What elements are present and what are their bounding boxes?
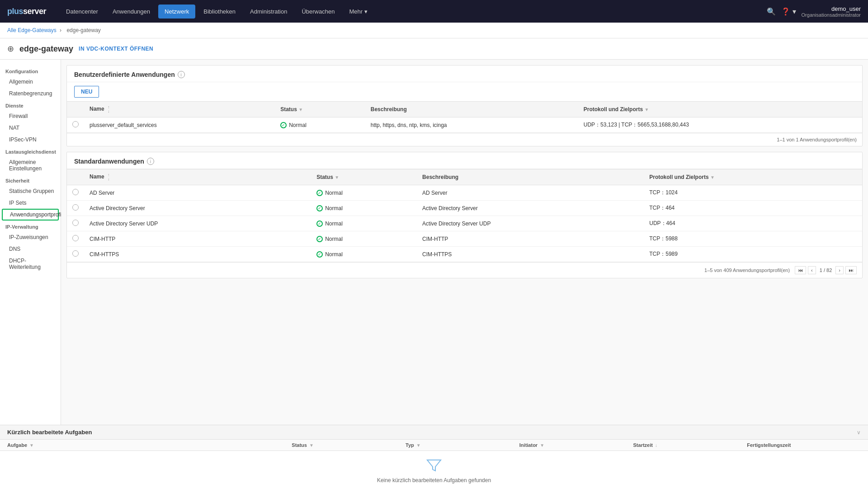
row-name: AD Server (84, 185, 311, 201)
row-status: ✓ Normal (311, 231, 417, 247)
sidebar-section-ip: IP-Verwaltung (0, 221, 61, 231)
standard-apps-col-name[interactable]: Name ↑↓ (84, 169, 311, 185)
custom-apps-title: Benutzerdefinierte Anwendungen (74, 71, 175, 78)
tasks-col-initiator: Initiator ▼ (519, 442, 633, 448)
status-icon: ✓ (280, 122, 287, 128)
sidebar: Konfiguration Allgemein Ratenbegrenzung … (0, 60, 61, 488)
nav-administration[interactable]: Administration (244, 5, 293, 19)
standard-apps-info-icon[interactable]: i (147, 158, 154, 165)
custom-apps-col-name[interactable]: Name ↑↓ (84, 102, 275, 117)
row-status: ✓ Normal (311, 216, 417, 231)
sidebar-item-allgemeine[interactable]: Allgemeine Einstellungen (0, 156, 61, 174)
standard-apps-table: Name ↑↓ Status ▼ Beschreibung Protokoll … (67, 169, 862, 262)
row-check[interactable] (67, 185, 84, 201)
tasks-collapse-icon[interactable]: ∨ (857, 429, 861, 436)
logo[interactable]: plusserver (7, 7, 46, 16)
standard-apps-col-status[interactable]: Status ▼ (311, 169, 417, 185)
page-last-button[interactable]: ⏭ (845, 266, 857, 274)
custom-apps-table-header-row: Name ↑↓ Status ▼ Beschreibung Protokoll … (67, 102, 862, 117)
table-row[interactable]: Active Directory Server ✓ Normal Active … (67, 201, 862, 216)
sidebar-item-firewall[interactable]: Firewall (0, 110, 61, 122)
sidebar-item-ratenbegrenzung[interactable]: Ratenbegrenzung (0, 88, 61, 99)
nav-bibliotheken[interactable]: Bibliotheken (197, 5, 242, 19)
nav-uberwachen[interactable]: Überwachen (295, 5, 341, 19)
page-next-button[interactable]: › (835, 266, 844, 274)
vdc-link[interactable]: IN VDC-KONTEXT ÖFFNEN (79, 46, 153, 52)
row-protocol: TCP：5989 (644, 247, 862, 262)
main-layout: Konfiguration Allgemein Ratenbegrenzung … (0, 60, 868, 488)
row-check[interactable] (67, 216, 84, 231)
sidebar-item-ipzuweisungen[interactable]: IP-Zuweisungen (0, 231, 61, 243)
standard-apps-col-protocol[interactable]: Protokoll und Zielports ▼ (644, 169, 862, 185)
table-row[interactable]: plusserver_default_services ✓ Normal htt… (67, 117, 862, 133)
nav-mehr[interactable]: Mehr ▾ (343, 5, 374, 19)
row-check[interactable] (67, 247, 84, 262)
page-first-button[interactable]: ⏮ (795, 266, 806, 274)
standard-apps-section: Standardanwendungen i Name ↑↓ Status ▼ (66, 152, 863, 278)
tasks-col-typ: Typ ▼ (406, 442, 519, 448)
sidebar-item-statische[interactable]: Statische Gruppen (0, 185, 61, 197)
custom-apps-col-desc: Beschreibung (365, 102, 578, 117)
custom-apps-info-icon[interactable]: i (178, 71, 185, 78)
help-icon[interactable]: ❓ ▾ (781, 7, 796, 16)
sidebar-section-dienste: Dienste (0, 99, 61, 110)
row-status: ✓ Normal (311, 185, 417, 201)
tasks-startzeit-sort[interactable]: ↓ (654, 443, 658, 448)
table-row[interactable]: CIM-HTTPS ✓ Normal CIM-HTTPS TCP：5989 (67, 247, 862, 262)
row-status: ✓ Normal (311, 201, 417, 216)
search-icon[interactable]: 🔍 (767, 7, 776, 16)
row-protocol: TCP：464 (644, 201, 862, 216)
table-row[interactable]: CIM-HTTP ✓ Normal CIM-HTTP TCP：5988 (67, 231, 862, 247)
tasks-initiator-filter[interactable]: ▼ (539, 443, 545, 448)
tasks-table-header: Aufgabe ▼ Status ▼ Typ ▼ Initiator ▼ Sta… (0, 440, 868, 451)
sidebar-item-dhcp[interactable]: DHCP-Weiterleitung (0, 255, 61, 273)
status-label: Normal (325, 221, 343, 227)
sidebar-item-nat[interactable]: NAT (0, 122, 61, 134)
tasks-col-fertig: Fertigstellungszeit (747, 442, 861, 448)
nav-anwendungen[interactable]: Anwendungen (106, 5, 156, 19)
page-header: ⊕ edge-gateway IN VDC-KONTEXT ÖFFNEN (0, 38, 868, 60)
sidebar-item-dns[interactable]: DNS (0, 243, 61, 255)
row-description: http, https, dns, ntp, kms, icinga (365, 117, 578, 133)
sidebar-item-anwendungsportprofi[interactable]: Anwendungsportprofi (2, 209, 59, 221)
breadcrumb-current: edge-gateway (66, 27, 100, 33)
row-protocol: TCP：5988 (644, 231, 862, 247)
status-icon: ✓ (316, 190, 323, 196)
nav-datencenter[interactable]: Datencenter (60, 5, 104, 19)
tasks-status-filter[interactable]: ▼ (308, 443, 315, 448)
tasks-col-status-label: Status (292, 442, 307, 448)
row-check[interactable] (67, 201, 84, 216)
row-description: CIM-HTTP (417, 231, 644, 247)
standard-apps-footer: 1–5 von 409 Anwendungsportprofil(en) ⏮ ‹… (67, 262, 862, 278)
row-name: CIM-HTTPS (84, 247, 311, 262)
neu-button-custom[interactable]: NEU (74, 86, 99, 98)
sidebar-item-allgemein[interactable]: Allgemein (0, 76, 61, 88)
row-description: Active Directory Server (417, 201, 644, 216)
sidebar-item-ipsec[interactable]: IPSec-VPN (0, 134, 61, 145)
breadcrumb-parent[interactable]: Alle Edge-Gateways (7, 27, 57, 33)
gateway-icon: ⊕ (7, 44, 14, 54)
page-prev-button[interactable]: ‹ (808, 266, 816, 274)
tasks-col-initiator-label: Initiator (519, 442, 538, 448)
row-check[interactable] (67, 117, 84, 133)
tasks-typ-filter[interactable]: ▼ (415, 443, 422, 448)
standard-apps-title: Standardanwendungen (74, 158, 144, 165)
custom-apps-check-col (67, 102, 84, 117)
custom-apps-col-protocol[interactable]: Protokoll und Zielports ▼ (578, 102, 862, 117)
chevron-down-icon: ▾ (364, 8, 368, 15)
row-protocol: UDP：53,123 | TCP：5665,53,1688,80,443 (578, 117, 862, 133)
row-protocol: TCP：1024 (644, 185, 862, 201)
tasks-title: Kürzlich bearbeitete Aufgaben (7, 429, 92, 436)
table-row[interactable]: AD Server ✓ Normal AD Server TCP：1024 (67, 185, 862, 201)
nav-netzwerk[interactable]: Netzwerk (158, 5, 195, 19)
pagination: ⏮ ‹ 1 / 82 › ⏭ (795, 266, 857, 274)
tasks-header: Kürzlich bearbeitete Aufgaben ∨ (0, 425, 868, 440)
standard-apps-count: 1–5 von 409 Anwendungsportprofil(en) (704, 267, 790, 273)
sidebar-item-ipsets[interactable]: IP Sets (0, 197, 61, 209)
custom-apps-col-status[interactable]: Status ▼ (275, 102, 365, 117)
user-info[interactable]: demo_user Organisationsadministrator (802, 5, 861, 18)
tasks-aufgabe-filter[interactable]: ▼ (28, 443, 35, 448)
row-check[interactable] (67, 231, 84, 247)
table-row[interactable]: Active Directory Server UDP ✓ Normal Act… (67, 216, 862, 231)
tasks-col-status: Status ▼ (292, 442, 406, 448)
